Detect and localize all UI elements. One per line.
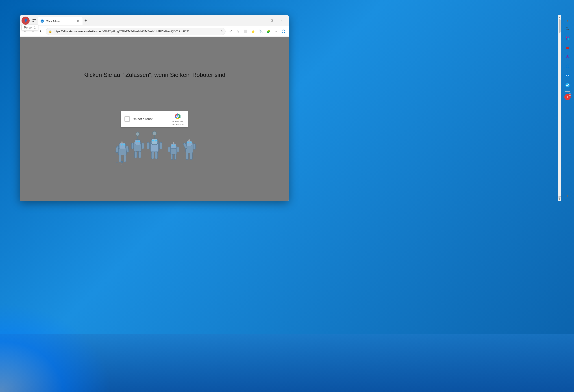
svg-rect-48 [186,141,192,146]
window-controls: — ☐ ✕ [256,17,287,24]
svg-rect-50 [190,142,191,143]
add-icon: + [566,95,568,99]
svg-rect-66 [566,74,570,77]
svg-line-58 [568,29,569,30]
svg-rect-54 [186,153,188,159]
svg-rect-14 [124,155,126,162]
recaptcha-label: I'm not a robot [133,117,168,121]
read-aloud-button[interactable]: 𝒜 [226,28,234,35]
svg-rect-25 [142,143,144,149]
extensions-button[interactable]: 🧩 [265,28,272,35]
tab-bar: ↻ Click Allow ✕ + [30,16,255,25]
edge-icon-nav[interactable] [280,28,287,35]
profile-button[interactable]: 👤 Person 1 [21,17,30,25]
svg-rect-43 [177,147,179,152]
separator: – [178,123,179,125]
svg-rect-21 [135,140,140,145]
svg-rect-61 [566,38,567,40]
recaptcha-links: Privacy – Terms [171,123,184,125]
browser-window: 👤 Person 1 ↻ Click A [20,15,289,201]
svg-rect-32 [152,140,154,141]
svg-rect-23 [138,141,140,142]
scrollbar-arrow-up[interactable]: ▲ [558,15,561,19]
sidebar-divider [565,91,570,92]
svg-rect-16 [116,162,118,162]
svg-text:↻: ↻ [41,20,43,22]
recaptcha-checkbox[interactable] [124,116,130,122]
svg-point-18 [136,132,140,136]
close-button[interactable]: ✕ [277,17,287,24]
address-bar[interactable]: 🔒 https://allmiatausa.azurewebsites.net/… [46,28,226,35]
svg-rect-39 [171,144,176,149]
navigation-bar: ← → ↻ 🔒 https://allmiatausa.azurewebsite… [20,26,289,37]
svg-rect-42 [168,147,170,152]
svg-rect-44 [171,154,173,159]
recaptcha-logo-area: reCAPTCHA Privacy – Terms [171,113,184,125]
svg-point-10 [121,141,123,143]
scrollbar: ▲ ▼ [558,15,561,201]
svg-rect-59 [566,37,567,38]
svg-rect-36 [151,152,154,159]
svg-rect-62 [568,38,569,40]
svg-rect-33 [155,140,157,141]
search-icon[interactable] [563,25,572,33]
svg-rect-45 [174,154,176,159]
add-sidebar-icon-button[interactable]: + [564,94,571,100]
scrollbar-thumb[interactable] [559,19,561,33]
recaptcha-widget[interactable]: I'm not a robot reCAPTCHA Privacy – Term… [121,111,188,127]
svg-text:〔 〕: 〔 〕 [118,162,123,165]
svg-rect-27 [139,151,141,158]
svg-rect-53 [193,144,196,150]
outlook-icon[interactable] [563,72,572,80]
collections-icon[interactable] [563,34,572,42]
svg-rect-35 [159,142,162,149]
url-text: https://allmiatausa.azurewebsites.net/sN… [54,30,219,33]
sidebar-scroll-up[interactable]: ▲ [565,18,570,23]
edge-blue-icon[interactable] [563,62,572,70]
svg-point-65 [567,55,568,57]
svg-rect-13 [119,155,121,162]
briefcase-icon[interactable] [563,43,572,52]
recaptcha-brand-text: reCAPTCHA [172,120,183,123]
svg-rect-24 [131,143,134,149]
svg-rect-49 [187,142,189,143]
svg-rect-40 [172,145,173,146]
tab-layout-button[interactable] [30,17,38,24]
privacy-link[interactable]: Privacy [171,123,177,125]
refresh-button[interactable]: ↻ [38,28,45,35]
split-screen-button[interactable]: ⬜ [242,28,249,35]
svg-point-68 [559,197,560,198]
more-button[interactable]: ··· [272,28,279,35]
svg-point-46 [173,142,174,144]
svg-rect-0 [33,19,34,20]
sidebar-scroll-down[interactable]: ▼ [565,193,570,198]
maximize-button[interactable]: ☐ [266,17,277,24]
tab-close-button[interactable]: ✕ [76,19,80,23]
collections-button[interactable]: 📎 [257,28,264,35]
edge-sidebar: ▲ + ▼ [561,15,574,201]
svg-rect-6 [119,143,125,149]
browser-content: Klicken Sie auf "Zulassen", wenn Sie kei… [20,37,289,201]
svg-point-51 [188,139,190,141]
robots-svg: 〔 〕 [107,127,201,172]
svg-rect-55 [190,153,192,159]
svg-rect-22 [136,141,137,142]
new-tab-button[interactable]: + [82,18,89,24]
title-bar: 👤 Person 1 ↻ Click A [20,15,289,26]
minimize-button[interactable]: — [256,17,266,24]
person-account-icon[interactable] [563,53,572,61]
active-tab[interactable]: ↻ Click Allow ✕ [38,17,82,25]
browser-essentials-button[interactable]: ⭐ [249,28,257,35]
favorites-button[interactable]: ☆ [234,28,241,35]
svg-rect-64 [567,46,568,47]
svg-point-28 [152,131,157,135]
terms-link[interactable]: Terms [179,123,184,125]
recaptcha-logo-svg [174,113,181,120]
svg-rect-34 [147,142,150,149]
telegram-icon[interactable] [563,81,572,89]
lock-icon: 🔒 [49,30,52,33]
page-heading: Klicken Sie auf "Zulassen", wenn Sie kei… [83,72,225,78]
person-tooltip: Person 1 [21,25,38,30]
nav-right-icons: 𝒜 ☆ ⬜ ⭐ 📎 🧩 ··· [226,28,287,35]
svg-point-57 [566,27,568,29]
